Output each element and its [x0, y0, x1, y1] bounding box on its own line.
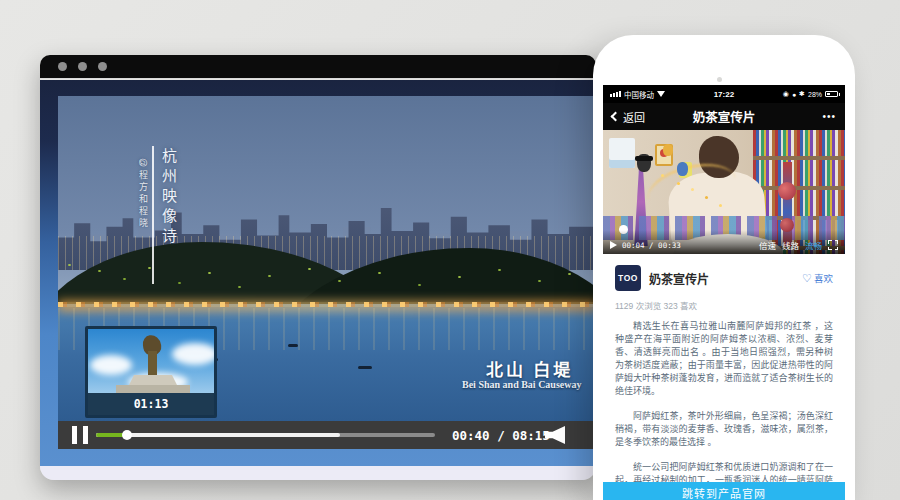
- orientation-lock-icon: ◉: [783, 90, 789, 98]
- play-icon[interactable]: [610, 241, 617, 249]
- video-frame-hangzhou[interactable]: 杭州映像诗 @程方和程晓 北山 白堤 Bei Shan and Bai Caus…: [58, 96, 596, 421]
- progress-bar[interactable]: [96, 433, 435, 437]
- status-bar: 中国移动 17:22 ◉ ● ✱ 28%: [603, 85, 845, 103]
- cloud: [172, 343, 214, 365]
- window-body: 杭州映像诗 @程方和程晓 北山 白堤 Bei Shan and Bai Caus…: [40, 80, 596, 466]
- video-overlay-credit: @程方和程晓: [137, 158, 150, 230]
- window-control-dot[interactable]: [98, 62, 107, 71]
- cartoon-character: [663, 144, 673, 156]
- vpn-icon: ●: [792, 91, 796, 98]
- video-player[interactable]: 杭州映像诗 @程方和程晓 北山 白堤 Bei Shan and Bai Caus…: [58, 96, 596, 449]
- like-label: 喜欢: [814, 271, 833, 285]
- window-titlebar: [40, 55, 596, 79]
- pause-button[interactable]: [72, 426, 88, 444]
- view-stats: 1129 次浏览 323 喜欢: [615, 299, 833, 311]
- channel-avatar: TOO: [615, 265, 641, 291]
- video-control-bar: 00:40 / 08:15: [58, 421, 596, 449]
- heart-icon: ♡: [802, 272, 812, 285]
- statue-base: [116, 385, 190, 393]
- speed-button[interactable]: 倍速: [759, 239, 776, 251]
- statue-column: [148, 351, 157, 377]
- boat: [358, 366, 372, 369]
- seek-preview-time: 01:13: [88, 393, 214, 415]
- seek-preview-thumbnail: 01:13: [85, 326, 217, 418]
- boat: [288, 344, 298, 347]
- seek-preview-image: [88, 329, 214, 393]
- title-divider-line: [152, 146, 154, 284]
- bluetooth-icon: ✱: [799, 90, 805, 98]
- description-paragraph: 精选生长在喜马拉雅山南麓阿萨姆邦的红茶 ，这种盛产在海平面附近的阿萨姆茶以浓稠、…: [615, 320, 833, 398]
- window-control-dot[interactable]: [78, 62, 87, 71]
- video-title: 奶茶宣传片: [649, 270, 709, 287]
- location-caption-cn: 北山 白堤: [486, 356, 596, 381]
- description-paragraph: 阿萨姆红茶，茶叶外形细扁，色呈深褐；汤色深红稍褐，带有淡淡的麦芽香、玫瑰香，滋味…: [615, 410, 833, 449]
- clock: 17:22: [665, 90, 783, 99]
- video-info-header: TOO 奶茶宣传片 ♡ 喜欢: [615, 265, 833, 291]
- battery-percent: 28%: [808, 91, 822, 98]
- battery-icon: [825, 91, 838, 97]
- video-overlay-title: 杭州映像诗: [158, 148, 179, 248]
- cartoon-character: [677, 162, 688, 176]
- hill-lights: [68, 264, 71, 266]
- like-button[interactable]: ♡ 喜欢: [802, 271, 833, 285]
- phone-mockup: 中国移动 17:22 ◉ ● ✱ 28% 返回 奶茶宣传片 •••: [593, 35, 855, 500]
- location-caption-en: Bei Shan and Bai Causeway: [462, 379, 596, 390]
- page-title: 奶茶宣传片: [603, 107, 845, 126]
- signal-icon: [610, 91, 621, 97]
- sparkle-dots: [661, 174, 664, 177]
- pearl-tower-sphere: [778, 182, 796, 200]
- carrier-label: 中国移动: [624, 89, 654, 100]
- buffered-segment: [96, 433, 340, 437]
- phone-time-display: 00:04 / 00:33: [622, 241, 681, 250]
- more-menu-button[interactable]: •••: [822, 111, 836, 122]
- cartoon-character: [637, 154, 651, 172]
- progress-handle[interactable]: [122, 430, 132, 440]
- cta-button[interactable]: 跳转到产品官网: [603, 482, 845, 500]
- phone-video-player[interactable]: 00:04 / 00:33 倍速 线路 流畅: [603, 130, 845, 254]
- wall-poster: [609, 138, 635, 168]
- route-button[interactable]: 线路: [782, 239, 799, 251]
- browser-window: 杭州映像诗 @程方和程晓 北山 白堤 Bei Shan and Bai Caus…: [40, 55, 596, 480]
- quality-button[interactable]: 流畅: [805, 239, 822, 251]
- shore-lights: [58, 302, 596, 307]
- fullscreen-icon[interactable]: [828, 240, 838, 250]
- wifi-icon: [657, 91, 665, 97]
- time-display: 00:40 / 08:15: [452, 428, 550, 443]
- phone-video-controls: 00:04 / 00:33 倍速 线路 流畅: [603, 230, 845, 254]
- window-footer: [40, 466, 596, 480]
- phone-sensor: [717, 77, 722, 82]
- cloud: [90, 355, 132, 375]
- video-info-section: TOO 奶茶宣传片 ♡ 喜欢 1129 次浏览 323 喜欢 精选生长在喜马拉雅…: [603, 254, 845, 500]
- window-control-dot[interactable]: [58, 62, 67, 71]
- phone-screen: 中国移动 17:22 ◉ ● ✱ 28% 返回 奶茶宣传片 •••: [603, 85, 845, 500]
- nav-bar: 返回 奶茶宣传片 •••: [603, 103, 845, 130]
